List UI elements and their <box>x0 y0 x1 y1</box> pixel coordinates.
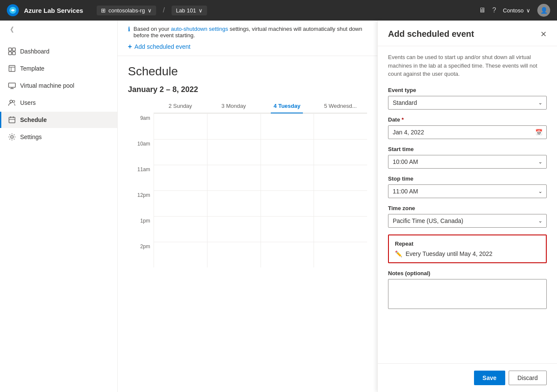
schedule-area: Schedule January 2 – 8, 2022 2 Sunday 3 … <box>118 56 377 392</box>
auto-shutdown-link[interactable]: auto-shutdown settings <box>171 26 228 32</box>
info-banner: ℹ Based on your auto-shutdown settings s… <box>128 26 367 39</box>
day-header-sunday: 2 Sunday <box>154 99 207 113</box>
cell-tuesday-11am <box>261 165 314 190</box>
info-text: Based on your auto-shutdown settings set… <box>133 26 367 39</box>
stop-time-select-wrapper: 11:00 AM ⌄ <box>388 184 547 198</box>
notes-label: Notes (optional) <box>388 270 547 276</box>
time-row-1pm: 1pm <box>128 216 367 242</box>
sidebar-item-label: Settings <box>20 134 42 140</box>
dashboard-icon <box>8 48 16 55</box>
sidebar-item-schedule[interactable]: Schedule <box>0 112 117 128</box>
monitor-icon[interactable]: 🖥 <box>479 6 486 14</box>
user-name: Contoso <box>503 7 524 14</box>
day-cells-9am <box>154 113 367 139</box>
time-row-2pm: 2pm <box>128 242 367 267</box>
sidebar-item-template[interactable]: Template <box>0 60 117 77</box>
sidebar-collapse-button[interactable]: 《 <box>0 21 117 40</box>
resource-group-icon: ⊞ <box>101 7 106 14</box>
info-icon: ℹ <box>128 26 130 33</box>
day-cells-2pm <box>154 242 367 267</box>
cell-monday-9am <box>207 113 261 139</box>
timezone-field: Time zone Pacific Time (US, Canada) ⌄ <box>388 205 547 228</box>
cell-monday-12pm <box>207 190 261 216</box>
sidebar-item-label: Template <box>20 65 44 72</box>
sidebar: 《 Dashboard <box>0 21 118 392</box>
start-time-select[interactable]: 10:00 AM <box>388 155 547 169</box>
cell-tuesday-12pm <box>261 190 314 216</box>
edit-repeat-icon[interactable]: ✏️ <box>395 250 402 257</box>
main-layout: 《 Dashboard <box>0 21 557 392</box>
user-chevron: ∨ <box>526 7 530 14</box>
time-label-2pm: 2pm <box>128 242 154 249</box>
notes-textarea[interactable] <box>388 279 547 309</box>
lab-selector[interactable]: Lab 101 ∨ <box>172 6 207 15</box>
event-type-select[interactable]: Standard <box>388 96 547 110</box>
time-label-10am: 10am <box>128 139 154 147</box>
time-label-1pm: 1pm <box>128 216 154 224</box>
day-header-monday: 3 Monday <box>207 99 261 113</box>
add-event-button[interactable]: + Add scheduled event <box>128 43 367 50</box>
sidebar-item-settings[interactable]: Settings <box>0 129 117 145</box>
app-name: Azure Lab Services <box>24 7 83 14</box>
calendar-body: 9am 10am <box>128 113 367 267</box>
svg-rect-4 <box>12 52 15 55</box>
time-row-10am: 10am <box>128 139 367 165</box>
timezone-label: Time zone <box>388 205 547 211</box>
discard-button[interactable]: Discard <box>509 371 547 385</box>
calendar-days-header: 2 Sunday 3 Monday 4 Tuesday 5 Wednesd... <box>154 99 367 113</box>
template-icon <box>8 65 16 72</box>
topbar: Azure Lab Services ⊞ contosolabs-rg ∨ / … <box>0 0 557 21</box>
day-cells-1pm <box>154 216 367 242</box>
save-button[interactable]: Save <box>474 371 505 385</box>
event-type-select-wrapper: Standard ⌄ <box>388 96 547 110</box>
cell-tuesday-9am <box>261 113 314 139</box>
cell-wednesday-12pm <box>314 190 367 216</box>
calendar-icon[interactable]: 📅 <box>535 129 542 136</box>
collapse-icon: 《 <box>7 26 14 33</box>
svg-point-17 <box>11 136 13 138</box>
time-row-11am: 11am <box>128 165 367 190</box>
calendar-grid: 2 Sunday 3 Monday 4 Tuesday 5 Wednesd...… <box>128 99 367 267</box>
panel-close-button[interactable]: ✕ <box>540 30 547 39</box>
stop-time-select[interactable]: 11:00 AM <box>388 184 547 198</box>
cell-sunday-10am <box>154 139 207 165</box>
resource-group-selector[interactable]: ⊞ contosolabs-rg ∨ <box>97 6 156 15</box>
sidebar-item-users[interactable]: Users <box>0 95 117 111</box>
repeat-value[interactable]: ✏️ Every Tuesday until May 4, 2022 <box>395 250 540 257</box>
user-menu[interactable]: Contoso ∨ <box>503 7 530 14</box>
day-cells-12pm <box>154 190 367 216</box>
svg-rect-5 <box>9 65 15 71</box>
day-cells-10am <box>154 139 367 165</box>
sidebar-item-dashboard[interactable]: Dashboard <box>0 43 117 59</box>
time-label-12pm: 12pm <box>128 190 154 198</box>
cell-sunday-2pm <box>154 242 207 267</box>
svg-point-11 <box>10 100 12 103</box>
sidebar-item-vm-pool[interactable]: Virtual machine pool <box>0 77 117 94</box>
time-row-12pm: 12pm <box>128 190 367 216</box>
users-icon <box>8 99 16 107</box>
cell-sunday-11am <box>154 165 207 190</box>
add-icon: + <box>128 43 132 50</box>
calendar-week-header: January 2 – 8, 2022 <box>128 85 367 94</box>
help-icon[interactable]: ? <box>492 6 496 14</box>
cell-wednesday-2pm <box>314 242 367 267</box>
user-avatar[interactable]: 👤 <box>537 4 550 17</box>
start-time-select-wrapper: 10:00 AM ⌄ <box>388 155 547 169</box>
date-input[interactable]: Jan 4, 2022 <box>388 125 547 139</box>
content-header: ℹ Based on your auto-shutdown settings s… <box>118 21 377 56</box>
timezone-select[interactable]: Pacific Time (US, Canada) <box>388 214 547 228</box>
resource-group-name: contosolabs-rg <box>108 7 145 14</box>
date-label: Date * <box>388 116 547 123</box>
cell-tuesday-10am <box>261 139 314 165</box>
cell-wednesday-9am <box>314 113 367 139</box>
cell-tuesday-1pm <box>261 216 314 242</box>
app-logo <box>7 4 19 16</box>
breadcrumb-separator: / <box>163 6 165 14</box>
sidebar-item-label: Users <box>20 99 36 106</box>
cell-wednesday-11am <box>314 165 367 190</box>
event-type-field: Event type Standard ⌄ <box>388 87 547 110</box>
svg-rect-13 <box>9 117 15 123</box>
cell-tuesday-2pm <box>261 242 314 267</box>
svg-point-12 <box>13 101 15 103</box>
panel-title: Add scheduled event <box>388 29 474 39</box>
